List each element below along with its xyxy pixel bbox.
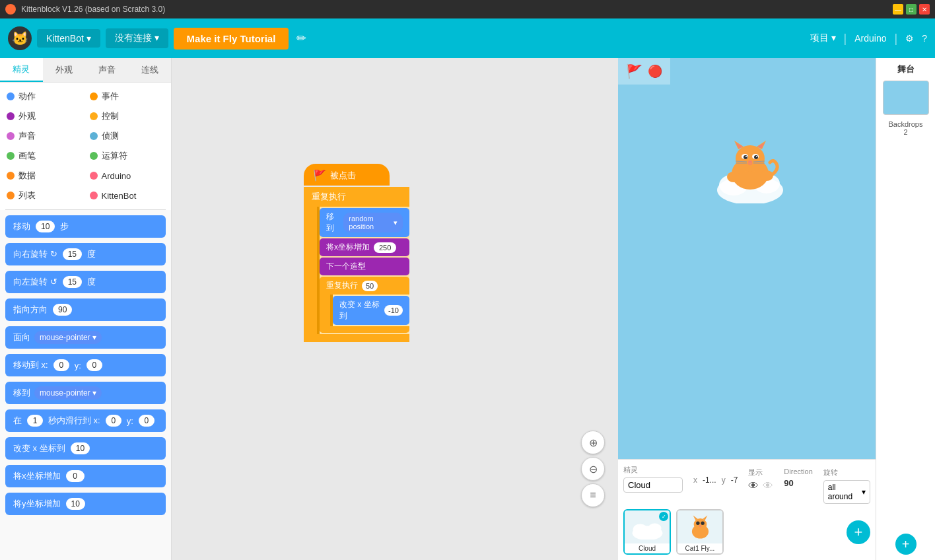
preview-area: 🚩 🔴 (618, 58, 876, 459)
next-costume-block: 下一个造型 (320, 258, 409, 275)
settings-button[interactable]: ⚙ (905, 33, 914, 44)
tutorial-button[interactable]: Make it Fly Tutorial (174, 28, 289, 50)
app-icon (5, 4, 16, 15)
stage-label: 舞台 (897, 63, 915, 75)
connect-button[interactable]: 没有连接 ▾ (106, 28, 168, 48)
kittenbot-button[interactable]: KittenBot ▾ (37, 29, 100, 48)
add-sprite-button[interactable]: + (847, 520, 870, 544)
sprite-info-panel: 精灵 x -1... y -7 显示 👁 👁 (618, 459, 876, 560)
kittenbot-dot (90, 192, 98, 199)
svg-point-31 (699, 525, 701, 527)
sprite-thumbnails: Cloud ✓ (623, 509, 870, 555)
tab-sprite[interactable]: 精灵 (0, 58, 43, 82)
title-bar: Kittenblock V1.26 (based on Scratch 3.0)… (0, 0, 935, 18)
repeat-value[interactable]: 50 (362, 281, 378, 291)
close-button[interactable]: ✕ (919, 4, 930, 15)
category-motion[interactable]: 动作 (5, 88, 83, 105)
pen-dot (7, 152, 15, 160)
edit-button[interactable]: ✏ (294, 28, 309, 48)
right-panel: 🚩 🔴 (618, 58, 876, 560)
sound-dot (7, 132, 15, 140)
sprite-thumb-cat[interactable]: Cat1 Fly... (676, 509, 724, 555)
add-stage-button[interactable]: + (895, 534, 917, 555)
block-change-x[interactable]: 改变 x 坐标到 10 (5, 437, 166, 460)
logo-icon: 🐱 (8, 26, 32, 50)
sprite-thumb-cloud[interactable]: Cloud ✓ (623, 509, 671, 555)
green-flag-button[interactable]: 🚩 (626, 63, 642, 79)
separator-1: | (844, 32, 847, 46)
category-kittenbot[interactable]: KittenBot (88, 187, 166, 204)
canvas-area[interactable]: 🚩 被点击 重复执行 移到 random position ▾ (172, 58, 618, 560)
block-goto[interactable]: 移到 mouse-pointer ▾ (5, 382, 166, 404)
zoom-out-button[interactable]: ⊖ (581, 457, 605, 481)
sprite-label: 精灵 (623, 465, 683, 475)
rotation-value: all around (828, 483, 859, 501)
hat-block: 🚩 被点击 (304, 164, 390, 186)
eye-open-icon[interactable]: 👁 (748, 480, 759, 492)
canvas-menu-button[interactable]: ≡ (581, 483, 605, 507)
category-list[interactable]: 列表 (5, 187, 83, 204)
show-label: 显示 (748, 468, 773, 477)
arduino-dot (90, 172, 98, 180)
category-looks[interactable]: 外观 (5, 108, 83, 125)
category-operators[interactable]: 运算符 (88, 147, 166, 164)
category-sensing[interactable]: 侦测 (88, 127, 166, 145)
rotation-dropdown[interactable]: all around ▾ (823, 480, 870, 504)
move-to-random-block: 移到 random position ▾ (320, 208, 409, 237)
add-x-value[interactable]: 250 (374, 242, 396, 253)
svg-point-26 (693, 518, 707, 530)
preview-controls: 🚩 🔴 (618, 58, 670, 85)
minimize-button[interactable]: — (893, 4, 903, 15)
svg-point-14 (756, 156, 757, 157)
arduino-button[interactable]: Arduino (854, 33, 886, 44)
maximize-button[interactable]: □ (906, 4, 917, 15)
category-arduino[interactable]: Arduino (88, 167, 166, 184)
svg-point-23 (633, 524, 647, 535)
zoom-in-button[interactable]: ⊕ (581, 431, 605, 454)
svg-point-12 (754, 155, 758, 159)
control-dot (90, 112, 98, 120)
block-glide[interactable]: 在 1 秒内滑行到 x: 0 y: 0 (5, 409, 166, 432)
sprite-name-input[interactable] (623, 477, 683, 493)
stop-button[interactable]: 🔴 (648, 63, 662, 79)
tab-connect[interactable]: 连线 (128, 58, 171, 82)
category-sound[interactable]: 声音 (5, 127, 83, 145)
category-control[interactable]: 控制 (88, 108, 166, 125)
block-goto-xy[interactable]: 移动到 x: 0 y: 0 (5, 354, 166, 376)
change-x-value[interactable]: -10 (384, 305, 403, 316)
sprite-rotation: 旋转 all around ▾ (823, 468, 870, 504)
block-point-direction[interactable]: 指向方向 90 (5, 298, 166, 321)
repeat-inner: 移到 random position ▾ 将x坐标增加 250 (317, 207, 409, 334)
change-x-block: 改变 x 坐标到 -10 (333, 296, 409, 325)
svg-point-13 (745, 156, 747, 157)
cat-thumb-label: Cat1 Fly... (677, 543, 722, 553)
flag-icon: 🚩 (313, 169, 326, 182)
svg-point-24 (648, 524, 661, 534)
data-dot (7, 172, 15, 180)
block-turn-right[interactable]: 向右旋转 ↻ 15 度 (5, 243, 166, 265)
category-events[interactable]: 事件 (88, 88, 166, 105)
events-dot (90, 92, 98, 100)
project-button[interactable]: 项目 ▾ (810, 32, 836, 44)
svg-point-15 (748, 160, 752, 163)
left-panel: 精灵 外观 声音 连线 动作 事件 外观 控制 (0, 58, 172, 560)
help-button[interactable]: ? (922, 33, 927, 44)
sprite-name-section: 精灵 (623, 465, 683, 493)
sprite-visibility: 显示 👁 👁 (748, 468, 773, 492)
block-move[interactable]: 移动 10 步 (5, 215, 166, 238)
cat-svg (710, 137, 790, 203)
category-pen[interactable]: 画笔 (5, 147, 83, 164)
block-add-y[interactable]: 将y坐标增加 10 (5, 493, 166, 515)
block-turn-left[interactable]: 向左旋转 ↺ 15 度 (5, 271, 166, 293)
stage-thumb[interactable] (883, 81, 929, 115)
cloud-thumb-label: Cloud (625, 543, 670, 553)
block-face[interactable]: 面向 mouse-pointer ▾ (5, 326, 166, 349)
block-add-x[interactable]: 将x坐标增加 0 (5, 465, 166, 487)
cat-sprite (710, 137, 790, 203)
tab-appearance[interactable]: 外观 (43, 58, 86, 82)
random-position-dropdown[interactable]: random position ▾ (343, 213, 403, 232)
eye-closed-icon[interactable]: 👁 (763, 480, 773, 492)
category-data[interactable]: 数据 (5, 167, 83, 184)
tab-sound[interactable]: 声音 (86, 58, 129, 82)
direction-label: Direction (784, 468, 812, 475)
